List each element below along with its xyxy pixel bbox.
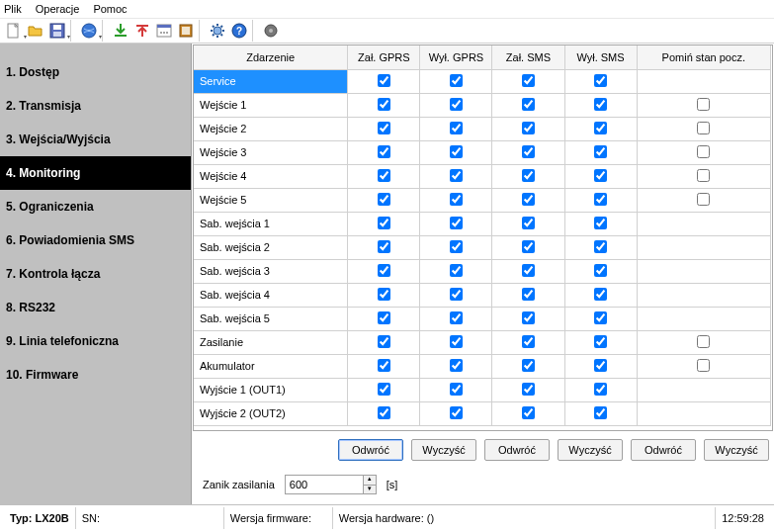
- sidebar-item-kontrola-lacza[interactable]: 7. Kontrola łącza: [0, 257, 191, 291]
- table-row[interactable]: Wejście 1: [194, 93, 771, 117]
- event-checkbox[interactable]: [522, 193, 535, 206]
- upload-icon[interactable]: [131, 20, 153, 42]
- invert-button-1[interactable]: Odwróć: [338, 439, 403, 461]
- event-checkbox[interactable]: [450, 383, 463, 396]
- event-checkbox[interactable]: [522, 122, 535, 134]
- event-checkbox[interactable]: [378, 264, 390, 277]
- event-checkbox[interactable]: [594, 335, 607, 348]
- events-grid[interactable]: Zdarzenie Zał. GPRS Wył. GPRS Zał. SMS W…: [193, 44, 773, 431]
- event-checkbox[interactable]: [378, 335, 390, 348]
- event-checkbox[interactable]: [378, 145, 390, 158]
- omit-checkbox[interactable]: [697, 122, 710, 134]
- sidebar-item-linia-telefoniczna[interactable]: 9. Linia telefoniczna: [0, 324, 191, 358]
- power-loss-input[interactable]: [285, 475, 364, 494]
- event-checkbox[interactable]: [378, 383, 390, 396]
- event-checkbox[interactable]: [378, 74, 390, 87]
- menu-operacje[interactable]: Operacje: [36, 3, 80, 15]
- event-checkbox[interactable]: [594, 74, 607, 87]
- event-checkbox[interactable]: [450, 406, 463, 419]
- invert-button-2[interactable]: Odwróć: [484, 439, 550, 461]
- table-row[interactable]: Sab. wejścia 3: [194, 259, 771, 283]
- sidebar-item-ograniczenia[interactable]: 5. Ograniczenia: [0, 190, 191, 223]
- table-row[interactable]: Wejście 4: [194, 164, 771, 188]
- event-checkbox[interactable]: [594, 240, 607, 253]
- omit-checkbox[interactable]: [697, 359, 710, 372]
- table-row[interactable]: Wyjście 1 (OUT1): [194, 378, 771, 401]
- table-row[interactable]: Akumulator: [194, 354, 771, 378]
- save-icon[interactable]: ▾: [46, 20, 68, 42]
- event-checkbox[interactable]: [594, 193, 607, 206]
- download-icon[interactable]: [110, 20, 131, 42]
- omit-checkbox[interactable]: [697, 98, 710, 111]
- sidebar-item-powiadomienia-sms[interactable]: 6. Powiadomienia SMS: [0, 223, 191, 257]
- event-checkbox[interactable]: [594, 98, 607, 111]
- table-row[interactable]: Zasilanie: [194, 330, 771, 354]
- event-checkbox[interactable]: [450, 98, 463, 111]
- sidebar-item-firmware[interactable]: 10. Firmware: [0, 358, 191, 392]
- event-checkbox[interactable]: [522, 240, 535, 253]
- omit-checkbox[interactable]: [697, 193, 710, 206]
- sidebar-item-monitoring[interactable]: 4. Monitoring: [0, 156, 191, 190]
- gear-icon[interactable]: [207, 20, 228, 42]
- header-zdarzenie[interactable]: Zdarzenie: [194, 45, 348, 69]
- event-checkbox[interactable]: [522, 359, 535, 372]
- event-checkbox[interactable]: [450, 240, 463, 253]
- event-checkbox[interactable]: [594, 383, 607, 396]
- header-wyl-gprs[interactable]: Wył. GPRS: [420, 45, 492, 69]
- event-checkbox[interactable]: [450, 193, 463, 206]
- event-checkbox[interactable]: [594, 288, 607, 301]
- event-checkbox[interactable]: [450, 335, 463, 348]
- event-checkbox[interactable]: [522, 311, 535, 324]
- globe-icon[interactable]: ▾: [78, 20, 100, 42]
- event-checkbox[interactable]: [378, 311, 390, 324]
- event-checkbox[interactable]: [378, 193, 390, 206]
- event-checkbox[interactable]: [450, 311, 463, 324]
- event-checkbox[interactable]: [522, 74, 535, 87]
- table-row[interactable]: Sab. wejścia 5: [194, 307, 771, 330]
- event-checkbox[interactable]: [594, 264, 607, 277]
- omit-checkbox[interactable]: [697, 169, 710, 182]
- clear-button-2[interactable]: Wyczyść: [558, 439, 623, 461]
- menu-pomoc[interactable]: Pomoc: [93, 3, 127, 15]
- menu-plik[interactable]: Plik: [4, 3, 22, 15]
- clear-button-1[interactable]: Wyczyść: [411, 439, 476, 461]
- event-checkbox[interactable]: [522, 264, 535, 277]
- open-icon[interactable]: [25, 20, 46, 42]
- event-checkbox[interactable]: [378, 359, 390, 372]
- event-checkbox[interactable]: [594, 406, 607, 419]
- event-checkbox[interactable]: [450, 217, 463, 229]
- table-row[interactable]: Wejście 5: [194, 188, 771, 212]
- sidebar-item-wejscia-wyjscia[interactable]: 3. Wejścia/Wyjścia: [0, 123, 191, 156]
- help-icon[interactable]: ?: [228, 20, 250, 42]
- sidebar-item-dostep[interactable]: 1. Dostęp: [0, 55, 191, 89]
- sidebar-item-transmisja[interactable]: 2. Transmisja: [0, 89, 191, 123]
- table-row[interactable]: Wyjście 2 (OUT2): [194, 401, 771, 425]
- header-zal-gprs[interactable]: Zał. GPRS: [348, 45, 420, 69]
- event-checkbox[interactable]: [522, 383, 535, 396]
- notebook-icon[interactable]: [175, 20, 197, 42]
- device-icon[interactable]: [260, 20, 282, 42]
- event-checkbox[interactable]: [594, 145, 607, 158]
- event-checkbox[interactable]: [450, 288, 463, 301]
- event-checkbox[interactable]: [450, 264, 463, 277]
- invert-button-3[interactable]: Odwróć: [631, 439, 696, 461]
- event-checkbox[interactable]: [522, 217, 535, 229]
- event-checkbox[interactable]: [522, 145, 535, 158]
- event-checkbox[interactable]: [378, 217, 390, 229]
- event-checkbox[interactable]: [594, 359, 607, 372]
- event-checkbox[interactable]: [594, 311, 607, 324]
- event-checkbox[interactable]: [378, 240, 390, 253]
- sidebar-item-rs232[interactable]: 8. RS232: [0, 291, 191, 324]
- table-row[interactable]: Sab. wejścia 2: [194, 235, 771, 259]
- table-row[interactable]: Service: [194, 69, 771, 93]
- event-checkbox[interactable]: [522, 335, 535, 348]
- event-checkbox[interactable]: [450, 74, 463, 87]
- header-wyl-sms[interactable]: Wył. SMS: [564, 45, 637, 69]
- event-checkbox[interactable]: [450, 122, 463, 134]
- header-pomin[interactable]: Pomiń stan pocz.: [637, 45, 770, 69]
- event-checkbox[interactable]: [522, 98, 535, 111]
- calendar-icon[interactable]: [153, 20, 175, 42]
- event-checkbox[interactable]: [522, 288, 535, 301]
- spin-up-icon[interactable]: ▲: [363, 475, 377, 485]
- table-row[interactable]: Wejście 2: [194, 117, 771, 140]
